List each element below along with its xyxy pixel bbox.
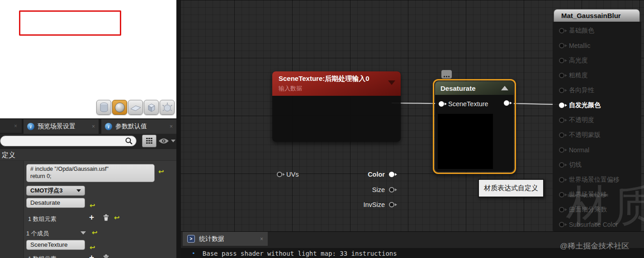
cube-icon bbox=[146, 102, 157, 113]
preview-mesh-cube-button[interactable] bbox=[144, 100, 159, 115]
custom-code-field[interactable]: # include "/Opda/Gaussain.usf" return 0; bbox=[26, 164, 155, 182]
watermark-text: 材质 bbox=[566, 177, 644, 236]
input-pin-uvs[interactable]: UVs bbox=[277, 171, 298, 178]
material-pin-label: 不透明度 bbox=[569, 116, 594, 124]
preview-mesh-cylinder-button[interactable] bbox=[96, 100, 111, 115]
material-pin-row[interactable]: 切线 bbox=[553, 157, 641, 172]
pin-icon[interactable] bbox=[559, 73, 564, 78]
material-pin-row[interactable]: 不透明蒙版 bbox=[553, 127, 641, 142]
pin-icon[interactable] bbox=[559, 28, 564, 33]
search-icon bbox=[125, 137, 133, 145]
output-pin-color[interactable]: Color bbox=[368, 171, 394, 178]
desaturate-node-selection: Desaturate SceneTexture bbox=[433, 79, 516, 174]
reset-icon[interactable]: ↩ bbox=[158, 169, 164, 175]
node-title: SceneTexture:后期处理输入0 bbox=[279, 75, 395, 83]
output-pin-size[interactable]: Size bbox=[372, 186, 394, 193]
pin-icon[interactable] bbox=[389, 172, 394, 177]
pin-icon[interactable] bbox=[559, 147, 564, 153]
console-icon: > bbox=[187, 235, 195, 243]
chevron-down-icon[interactable] bbox=[80, 231, 86, 235]
close-icon[interactable]: × bbox=[14, 123, 17, 129]
section-definition[interactable]: 定义 bbox=[0, 149, 176, 161]
preview-mesh-sphere-button[interactable] bbox=[112, 100, 127, 115]
tab-stub[interactable]: × bbox=[0, 119, 22, 133]
preview-mesh-custom-button[interactable] bbox=[160, 100, 175, 115]
scene-texture-node[interactable]: SceneTexture:后期处理输入0 输入数据 UVs Color Size… bbox=[272, 71, 401, 142]
pin-icon[interactable] bbox=[559, 103, 564, 108]
reset-icon[interactable]: ↩ bbox=[92, 230, 98, 236]
desaturate-node-header[interactable]: Desaturate bbox=[435, 81, 514, 95]
material-pin-row[interactable]: 粗糙度 bbox=[553, 68, 641, 83]
pin-icon[interactable] bbox=[559, 177, 564, 183]
tab-stats[interactable]: > 统计数据 × bbox=[183, 232, 268, 246]
node-subtitle: 输入数据 bbox=[279, 84, 395, 93]
delete-icon[interactable] bbox=[103, 214, 109, 221]
output-pin-invsize[interactable]: InvSize bbox=[363, 201, 394, 208]
pin-icon[interactable] bbox=[559, 207, 564, 212]
pin-icon[interactable] bbox=[559, 88, 564, 93]
comment-bubble-icon[interactable] bbox=[441, 70, 452, 79]
scene-texture-node-header[interactable]: SceneTexture:后期处理输入0 输入数据 bbox=[272, 71, 401, 96]
add-icon[interactable]: + bbox=[89, 254, 94, 258]
pin-icon[interactable] bbox=[504, 100, 509, 106]
member-name-field[interactable]: SceneTexture bbox=[26, 240, 85, 250]
reset-icon[interactable]: ↩ bbox=[114, 215, 120, 221]
pin-icon[interactable] bbox=[439, 101, 444, 107]
material-pin-row[interactable]: 基础颜色 bbox=[553, 23, 641, 38]
tab-label: 预览场景设置 bbox=[38, 122, 76, 131]
material-pin-label: 不透明蒙版 bbox=[569, 131, 601, 139]
material-pin-row[interactable]: 自发光颜色 bbox=[553, 98, 641, 113]
material-pin-label: 高光度 bbox=[569, 56, 588, 65]
desaturate-node[interactable]: Desaturate SceneTexture bbox=[435, 81, 514, 172]
close-icon[interactable]: × bbox=[260, 236, 263, 242]
pin-label: UVs bbox=[286, 171, 298, 178]
material-preview-viewport[interactable] bbox=[0, 0, 176, 118]
info-icon: i bbox=[105, 123, 112, 130]
output-type-dropdown[interactable]: CMOT浮点3 bbox=[26, 186, 85, 196]
grid-view-button[interactable] bbox=[142, 135, 156, 147]
pin-icon[interactable] bbox=[277, 172, 282, 177]
tab-parameter-defaults[interactable]: i 参数默认值 × bbox=[101, 119, 176, 134]
pin-icon[interactable] bbox=[559, 132, 564, 138]
delete-icon[interactable] bbox=[103, 254, 109, 258]
tab-preview-scene-settings[interactable]: i 预览场景设置 × bbox=[24, 119, 99, 134]
close-icon[interactable]: × bbox=[170, 123, 173, 130]
panel-divider[interactable] bbox=[176, 0, 181, 258]
output-pin[interactable] bbox=[504, 100, 509, 106]
search-box[interactable] bbox=[0, 136, 137, 146]
pin-icon[interactable] bbox=[389, 187, 394, 192]
pin-icon[interactable] bbox=[559, 43, 564, 48]
collapse-arrow-icon[interactable] bbox=[501, 86, 508, 90]
watermark-community: @稀土掘金技术社区 bbox=[560, 241, 629, 251]
array-elements-label: 1 数组元素 bbox=[28, 215, 57, 223]
close-icon[interactable]: × bbox=[92, 123, 95, 130]
material-pin-row[interactable]: Metallic bbox=[553, 38, 641, 53]
description-field[interactable]: Desaturate bbox=[26, 198, 85, 208]
pin-icon[interactable] bbox=[559, 222, 564, 227]
pin-icon[interactable] bbox=[559, 117, 564, 123]
array-elements-label: 1 数组元素 bbox=[28, 255, 57, 258]
material-pin-row[interactable]: 不透明度 bbox=[553, 113, 641, 127]
details-gutter bbox=[0, 161, 24, 258]
input-pin-scenetexture[interactable]: SceneTexture bbox=[439, 100, 488, 108]
view-options-button[interactable] bbox=[158, 136, 175, 146]
add-icon[interactable]: + bbox=[89, 214, 94, 221]
pin-icon[interactable] bbox=[559, 162, 564, 168]
grid-view-icon bbox=[145, 137, 153, 145]
material-pin-row[interactable]: 各向异性 bbox=[553, 83, 641, 98]
visibility-eye-icon bbox=[158, 138, 169, 144]
pin-icon[interactable] bbox=[559, 192, 564, 197]
reset-icon[interactable]: ↩ bbox=[90, 202, 95, 209]
material-pin-row[interactable]: 高光度 bbox=[553, 53, 641, 68]
preview-mesh-plane-button[interactable] bbox=[128, 100, 143, 115]
pin-icon[interactable] bbox=[559, 58, 564, 63]
collapse-arrow-icon[interactable] bbox=[388, 80, 395, 85]
reset-icon[interactable]: ↩ bbox=[90, 244, 95, 251]
material-node-title[interactable]: Mat_GaussainBlur bbox=[554, 9, 640, 22]
bullet-icon: • bbox=[192, 250, 195, 257]
pin-icon[interactable] bbox=[389, 202, 394, 207]
search-input[interactable] bbox=[0, 136, 125, 145]
pin-label: Color bbox=[368, 171, 385, 178]
material-pin-row[interactable]: Normal bbox=[553, 142, 641, 157]
chevron-down-icon bbox=[171, 140, 175, 142]
